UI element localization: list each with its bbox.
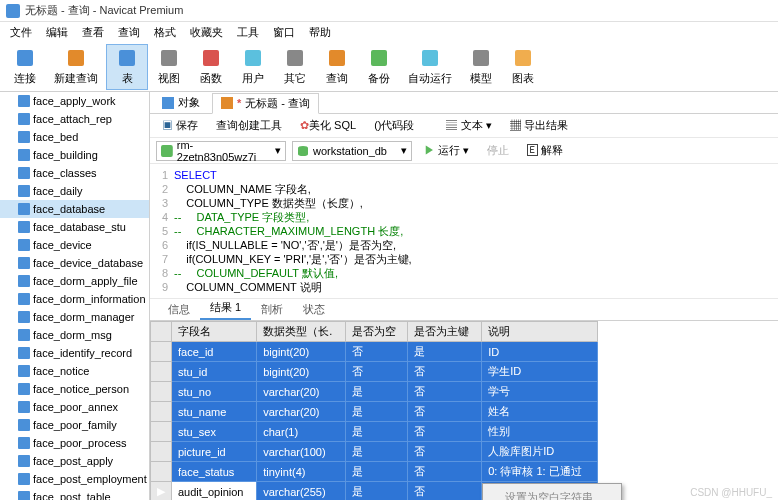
tree-item[interactable]: face_apply_work [0,92,149,110]
menu-格式[interactable]: 格式 [148,23,182,42]
query-builder-button[interactable]: 查询创建工具 [210,116,288,135]
table-row[interactable]: picture_idvarchar(100)是否人脸库图片ID [151,442,598,462]
tree-item[interactable]: face_notice [0,362,149,380]
tree-item[interactable]: face_dorm_information [0,290,149,308]
code-line[interactable]: 6 if(IS_NULLABLE = 'NO','否','是'）是否为空, [150,238,778,252]
result-grid[interactable]: 字段名数据类型（长.是否为空是否为主键说明face_idbigint(20)否是… [150,321,778,500]
cell[interactable]: 姓名 [482,402,598,422]
user-button[interactable]: 用户 [232,44,274,90]
tab-profile[interactable]: 剖析 [251,299,293,320]
table-row[interactable]: stu_sexchar(1)是否性别 [151,422,598,442]
menu-文件[interactable]: 文件 [4,23,38,42]
menu-窗口[interactable]: 窗口 [267,23,301,42]
cell[interactable]: 是 [346,382,408,402]
cell[interactable]: stu_sex [172,422,257,442]
cell[interactable]: bigint(20) [257,362,346,382]
save-button[interactable]: ▣ 保存 [156,116,204,135]
column-header[interactable]: 是否为空 [346,322,408,342]
column-header[interactable]: 字段名 [172,322,257,342]
cell[interactable]: 否 [408,402,482,422]
export-button[interactable]: ▦ 导出结果 [504,116,574,135]
tree-item[interactable]: face_classes [0,164,149,182]
tree-item[interactable]: face_post_apply [0,452,149,470]
cell[interactable]: char(1) [257,422,346,442]
tree-item[interactable]: face_device [0,236,149,254]
cell[interactable]: 否 [408,382,482,402]
cell[interactable]: 是 [346,442,408,462]
menu-帮助[interactable]: 帮助 [303,23,337,42]
tree-item[interactable]: face_attach_rep [0,110,149,128]
cell[interactable]: 否 [408,422,482,442]
cell[interactable]: 否 [408,362,482,382]
tree-item[interactable]: face_dorm_msg [0,326,149,344]
view-button[interactable]: 视图 [148,44,190,90]
column-header[interactable]: 数据类型（长. [257,322,346,342]
code-line[interactable]: 5-- CHARACTER_MAXIMUM_LENGTH 长度, [150,224,778,238]
stop-button[interactable]: 停止 [481,141,515,160]
table-row[interactable]: stu_novarchar(20)是否学号 [151,382,598,402]
tab-info[interactable]: 信息 [158,299,200,320]
cell[interactable]: stu_id [172,362,257,382]
code-line[interactable]: 1SELECT [150,168,778,182]
cell[interactable]: ID [482,342,598,362]
cell[interactable]: varchar(20) [257,402,346,422]
menu-set-blank[interactable]: 设置为空白字符串 [485,486,619,500]
cell[interactable]: 否 [408,482,482,501]
cell[interactable]: 是 [346,422,408,442]
tree-item[interactable]: face_dorm_manager [0,308,149,326]
connect-button[interactable]: 连接 [4,44,46,90]
tree-item[interactable]: face_database_stu [0,218,149,236]
tree-item[interactable]: face_notice_person [0,380,149,398]
tree-item[interactable]: face_identify_record [0,344,149,362]
sql-editor[interactable]: 1SELECT2 COLUMN_NAME 字段名,3 COLUMN_TYPE 数… [150,164,778,299]
tree-item[interactable]: face_post_employment [0,470,149,488]
tab-status[interactable]: 状态 [293,299,335,320]
connection-combo[interactable]: rm-2zetn83n05wz7i▾ [156,141,286,161]
tree-item[interactable]: face_poor_family [0,416,149,434]
column-header[interactable]: 是否为主键 [408,322,482,342]
snippet-button[interactable]: ()代码段 [368,116,420,135]
tree-item[interactable]: face_bed [0,128,149,146]
cell[interactable]: stu_name [172,402,257,422]
cell[interactable]: varchar(20) [257,382,346,402]
tree-item[interactable]: face_device_database [0,254,149,272]
menu-查询[interactable]: 查询 [112,23,146,42]
cell[interactable]: 0: 待审核 1: 已通过 [482,462,598,482]
code-line[interactable]: 3 COLUMN_TYPE 数据类型（长度）, [150,196,778,210]
table-button[interactable]: 表 [106,44,148,90]
tab-result-1[interactable]: 结果 1 [200,297,251,320]
cell[interactable]: face_status [172,462,257,482]
cell[interactable]: 学号 [482,382,598,402]
cell[interactable]: 否 [408,462,482,482]
cell[interactable]: varchar(255) [257,482,346,501]
explain-button[interactable]: 🄴 解释 [521,141,569,160]
cell[interactable]: picture_id [172,442,257,462]
query-button[interactable]: 查询 [316,44,358,90]
menu-编辑[interactable]: 编辑 [40,23,74,42]
table-row[interactable]: face_idbigint(20)否是ID [151,342,598,362]
menu-查看[interactable]: 查看 [76,23,110,42]
table-row[interactable]: stu_namevarchar(20)是否姓名 [151,402,598,422]
code-line[interactable]: 9 COLUMN_COMMENT 说明 [150,280,778,294]
menu-收藏夹[interactable]: 收藏夹 [184,23,229,42]
cell[interactable]: 人脸库图片ID [482,442,598,462]
tree-item[interactable]: face_dorm_apply_file [0,272,149,290]
chart-button[interactable]: 图表 [502,44,544,90]
cell[interactable]: 性别 [482,422,598,442]
cell[interactable]: tinyint(4) [257,462,346,482]
backup-button[interactable]: 备份 [358,44,400,90]
tree-item[interactable]: face_poor_process [0,434,149,452]
cell[interactable]: 否 [346,342,408,362]
code-line[interactable]: 4-- DATA_TYPE 字段类型, [150,210,778,224]
tree-sidebar[interactable]: face_apply_workface_attach_repface_bedfa… [0,92,150,500]
cell[interactable]: 是 [346,402,408,422]
tree-item[interactable]: face_daily [0,182,149,200]
tree-item[interactable]: face_building [0,146,149,164]
table-row[interactable]: stu_idbigint(20)否否学生ID [151,362,598,382]
cell[interactable]: 是 [346,482,408,501]
text-button[interactable]: ▤ 文本 ▾ [440,116,497,135]
model-button[interactable]: 模型 [460,44,502,90]
cell[interactable]: stu_no [172,382,257,402]
code-line[interactable]: 8-- COLUMN_DEFAULT 默认值, [150,266,778,280]
run-button[interactable]: ▶ 运行 ▾ [418,141,475,160]
